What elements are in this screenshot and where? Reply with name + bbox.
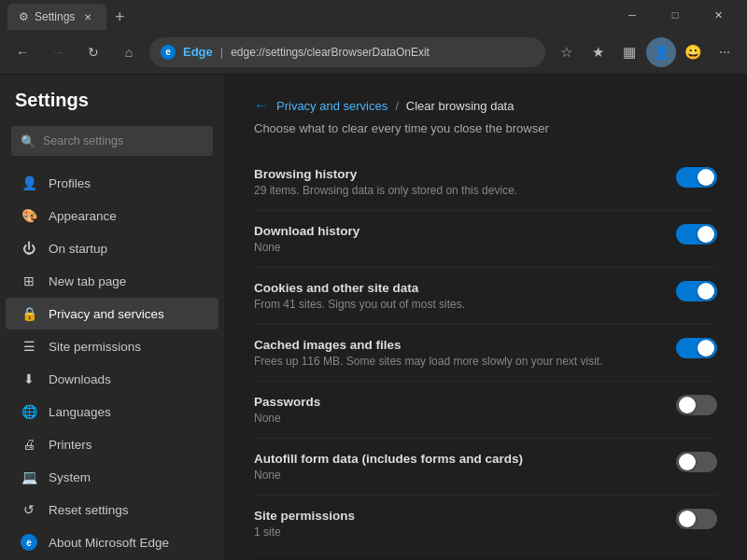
toggle-autofill[interactable] — [676, 452, 717, 472]
content-area: ← Privacy and services / Clear browsing … — [224, 75, 747, 560]
extensions-button[interactable]: ▦ — [614, 37, 644, 67]
window-controls: ─ □ ✕ — [611, 0, 740, 30]
toggle-browsing-history[interactable] — [676, 167, 717, 188]
breadcrumb-parent-link[interactable]: Privacy and services — [276, 99, 388, 113]
sidebar-item-profiles[interactable]: 👤 Profiles — [6, 167, 218, 199]
address-bar[interactable]: e Edge | edge://settings/clearBrowserDat… — [149, 37, 545, 67]
tab-close-button[interactable]: ✕ — [80, 9, 95, 24]
collections-button[interactable]: ★ — [583, 37, 613, 67]
profiles-icon: 👤 — [21, 175, 37, 191]
setting-item-hosted-app-data: Hosted app data2 apps: Microsoft Store, … — [254, 553, 717, 560]
privacy-icon: 🔒 — [21, 305, 37, 322]
setting-desc-autofill: None — [254, 469, 661, 482]
toggle-knob-download-history — [698, 226, 714, 243]
refresh-button[interactable]: ↻ — [78, 37, 108, 67]
startup-icon: ⏻ — [21, 240, 37, 257]
toggle-site-permissions[interactable] — [676, 509, 717, 529]
breadcrumb-current: Clear browsing data — [406, 99, 514, 113]
setting-desc-cached-images: Frees up 116 MB. Some sites may load mor… — [254, 355, 661, 368]
system-icon: 💻 — [21, 469, 37, 485]
toggle-knob-browsing-history — [698, 169, 714, 186]
tab-area: ⚙ Settings ✕ + — [7, 0, 611, 30]
setting-item-autofill: Autofill form data (includes forms and c… — [254, 439, 717, 496]
sidebar-item-downloads[interactable]: ⬇ Downloads — [6, 363, 218, 395]
toolbar-right: ☆ ★ ▦ 👤 😀 ⋯ — [551, 37, 740, 67]
setting-desc-download-history: None — [254, 241, 661, 254]
page-subtitle: Choose what to clear every time you clos… — [254, 121, 717, 135]
toggle-knob-site-permissions — [679, 511, 696, 527]
sidebar-item-printers[interactable]: 🖨 Printers — [6, 428, 218, 460]
minimize-button[interactable]: ─ — [611, 0, 654, 30]
profile-button[interactable]: 👤 — [646, 37, 676, 67]
sidebar-label-site-permissions: Site permissions — [49, 340, 141, 354]
home-button[interactable]: ⌂ — [114, 37, 144, 67]
sidebar-title: Settings — [0, 90, 224, 126]
sidebar-item-appearance[interactable]: 🎨 Appearance — [6, 200, 218, 231]
setting-item-cookies: Cookies and other site dataFrom 41 sites… — [254, 268, 717, 325]
toggle-cached-images[interactable] — [676, 338, 717, 358]
setting-name-download-history: Download history — [254, 224, 661, 238]
sidebar-item-about[interactable]: e About Microsoft Edge — [6, 526, 218, 558]
about-icon: e — [21, 534, 37, 551]
address-url: edge://settings/clearBrowserDataOnExit — [231, 46, 430, 59]
close-button[interactable]: ✕ — [697, 0, 740, 30]
sidebar-item-reset[interactable]: ↺ Reset settings — [6, 494, 218, 525]
languages-icon: 🌐 — [21, 403, 37, 420]
title-bar: ⚙ Settings ✕ + ─ □ ✕ — [0, 0, 747, 30]
sidebar-item-languages[interactable]: 🌐 Languages — [6, 396, 218, 427]
emoji-button[interactable]: 😀 — [678, 37, 708, 67]
sidebar-item-site-permissions[interactable]: ☰ Site permissions — [6, 330, 218, 362]
appearance-icon: 🎨 — [21, 207, 37, 224]
toggle-knob-passwords — [679, 397, 696, 413]
favorites-button[interactable]: ☆ — [551, 37, 581, 67]
setting-name-cookies: Cookies and other site data — [254, 281, 661, 295]
sidebar-label-system: System — [49, 470, 91, 484]
setting-desc-cookies: From 41 sites. Signs you out of most sit… — [254, 298, 661, 311]
settings-list: Browsing history29 items. Browsing data … — [254, 154, 717, 560]
sidebar-label-appearance: Appearance — [49, 209, 117, 223]
new-tab-icon: ⊞ — [21, 273, 37, 289]
toggle-passwords[interactable] — [676, 395, 717, 415]
site-permissions-icon: ☰ — [21, 338, 37, 355]
tab-title: Settings — [35, 10, 75, 23]
maximize-button[interactable]: □ — [654, 0, 697, 30]
back-button[interactable]: ← — [7, 37, 37, 67]
sidebar-item-new-tab[interactable]: ⊞ New tab page — [6, 265, 218, 297]
sidebar-label-on-startup: On startup — [49, 242, 107, 256]
sidebar-label-privacy: Privacy and services — [49, 307, 164, 321]
setting-name-browsing-history: Browsing history — [254, 167, 661, 181]
menu-button[interactable]: ⋯ — [710, 37, 740, 67]
site-name: Edge — [183, 45, 213, 59]
setting-name-autofill: Autofill form data (includes forms and c… — [254, 452, 661, 466]
main-area: Settings 🔍 Search settings 👤 Profiles 🎨 … — [0, 75, 747, 560]
settings-tab[interactable]: ⚙ Settings ✕ — [7, 4, 106, 30]
breadcrumb: ← Privacy and services / Clear browsing … — [254, 97, 717, 114]
printers-icon: 🖨 — [21, 436, 37, 453]
toggle-knob-cached-images — [698, 340, 714, 357]
setting-name-site-permissions: Site permissions — [254, 509, 661, 523]
toggle-knob-cookies — [698, 283, 714, 300]
setting-item-browsing-history: Browsing history29 items. Browsing data … — [254, 154, 717, 211]
sidebar-item-on-startup[interactable]: ⏻ On startup — [6, 232, 218, 264]
sidebar-item-system[interactable]: 💻 System — [6, 461, 218, 493]
sidebar-label-printers: Printers — [49, 438, 92, 452]
breadcrumb-back-button[interactable]: ← — [254, 97, 269, 114]
forward-button[interactable]: → — [43, 37, 73, 67]
edge-site-icon: e — [161, 45, 176, 60]
search-box[interactable]: 🔍 Search settings — [11, 126, 213, 156]
toggle-cookies[interactable] — [676, 281, 717, 301]
toggle-download-history[interactable] — [676, 224, 717, 245]
setting-item-download-history: Download historyNone — [254, 211, 717, 268]
setting-desc-site-permissions: 1 site — [254, 525, 661, 539]
sidebar-label-languages: Languages — [49, 405, 111, 419]
sidebar-item-privacy[interactable]: 🔒 Privacy and services — [6, 298, 218, 329]
search-icon: 🔍 — [21, 134, 35, 148]
sidebar-label-about: About Microsoft Edge — [49, 536, 169, 550]
new-tab-button[interactable]: + — [106, 4, 133, 30]
setting-desc-passwords: None — [254, 412, 661, 425]
downloads-icon: ⬇ — [21, 371, 37, 387]
setting-item-passwords: PasswordsNone — [254, 382, 717, 439]
setting-name-cached-images: Cached images and files — [254, 338, 661, 352]
setting-name-passwords: Passwords — [254, 395, 661, 409]
address-separator: | — [220, 45, 223, 59]
